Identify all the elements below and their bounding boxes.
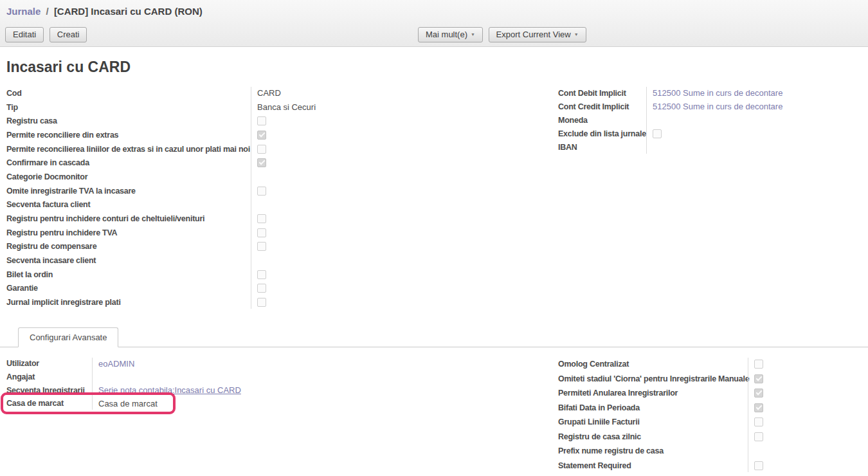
field-checkbox [257, 270, 266, 279]
breadcrumb-parent-link[interactable]: Jurnale [6, 6, 41, 17]
field-row: Statement Required [558, 459, 862, 473]
field-row: Angajat [6, 371, 558, 384]
field-label: Secventa Inregistrarii [6, 386, 92, 395]
field-checkbox [754, 374, 763, 383]
field-label: Cod [6, 89, 251, 98]
field-label: Statement Required [558, 461, 748, 470]
field-value-cell: 512500 Sume in curs de decontare [646, 102, 782, 111]
field-label: IBAN [558, 143, 646, 152]
field-checkbox [754, 403, 763, 412]
field-value-cell [748, 417, 763, 426]
field-checkbox [257, 131, 266, 140]
field-label: Jurnal implicit inregistrare plati [6, 298, 251, 307]
field-row: Registru pentru inchidere TVA [6, 226, 558, 240]
field-value-cell [748, 432, 763, 441]
field-row: Permite reconciliere din extras [6, 128, 558, 142]
field-value-cell: eoADMIN [92, 359, 134, 369]
field-label: Secventa factura client [6, 200, 251, 209]
field-label: Garantie [6, 284, 251, 293]
field-label: Exclude din lista jurnale [558, 129, 646, 138]
field-row: Cont Credit Implicit512500 Sume in curs … [558, 100, 862, 113]
field-row: Permiteti Anularea Inregistrarilor [558, 386, 862, 401]
field-label: Registru casa [6, 116, 251, 125]
field-value-cell [251, 187, 266, 196]
field-row: Registru de casa zilnic [558, 430, 862, 444]
field-label: Bilet la ordin [6, 270, 251, 279]
header-bar: Jurnale / [CARD] Incasari cu CARD (RON) … [0, 0, 868, 47]
field-row: Jurnal implicit inregistrare plati [6, 295, 558, 309]
field-row: Prefix nume registru de casa [558, 444, 862, 459]
field-checkbox [257, 116, 266, 125]
field-label: Registru de compensare [6, 242, 251, 251]
field-label: Registru pentru inchidere TVA [6, 228, 251, 237]
field-value-cell [251, 158, 266, 167]
field-value-cell [251, 298, 266, 307]
field-row: Omite inregistrarile TVA la incasare [6, 184, 558, 198]
field-value-cell: Casa de marcat [92, 399, 158, 408]
field-value-cell [251, 214, 266, 223]
field-value-cell [748, 374, 763, 383]
field-value-link[interactable]: Serie nota contabila:Incasari cu CARD [98, 385, 241, 395]
field-value: CARD [257, 88, 281, 98]
field-value-cell: Banca si Cecuri [251, 102, 316, 112]
field-checkbox [754, 417, 763, 426]
field-checkbox [653, 129, 662, 138]
field-value-link[interactable]: 512500 Sume in curs de decontare [653, 88, 782, 98]
field-label: Cont Credit Implicit [558, 102, 646, 111]
field-label: Confirmare in cascada [6, 158, 251, 167]
field-label: Omolog Centralizat [558, 360, 748, 369]
field-checkbox [257, 214, 266, 223]
field-value-cell: 512500 Sume in curs de decontare [646, 88, 782, 98]
more-dropdown-button[interactable]: Mai mult(e)▼ [418, 27, 483, 42]
field-label: Permite reconcilierea liniilor de extras… [6, 145, 251, 154]
field-value-cell [748, 403, 763, 412]
field-value-cell [251, 228, 266, 237]
field-row: IBAN [558, 141, 862, 154]
main-field-area: CodCARDTipBanca si CecuriRegistru casaPe… [0, 86, 868, 309]
field-row: CodCARD [6, 86, 558, 100]
field-label: Prefix nume registru de casa [558, 446, 748, 455]
field-label: Omite inregistrarile TVA la incasare [6, 187, 251, 196]
field-row: Registru casa [6, 114, 558, 128]
field-label: Bifati Data in Perioada [558, 403, 748, 412]
create-button[interactable]: Creati [50, 27, 87, 42]
field-value-cell: Serie nota contabila:Incasari cu CARD [92, 385, 241, 395]
field-value-cell [251, 270, 266, 279]
field-value-cell: CARD [251, 88, 281, 98]
field-checkbox [257, 187, 266, 196]
field-group-tab-left: UtilizatoreoADMINAngajatSecventa Inregis… [6, 357, 558, 410]
field-label: Permite reconciliere din extras [6, 131, 251, 140]
field-label: Categorie Docmonitor [6, 172, 251, 181]
field-checkbox [754, 461, 763, 470]
field-row: Omolog Centralizat [558, 357, 862, 372]
field-checkbox [257, 228, 266, 237]
field-checkbox [257, 242, 266, 251]
field-label: Omiteti stadiul 'Ciorna' pentru Inregist… [558, 374, 748, 383]
field-row: Secventa incasare client [6, 253, 558, 268]
field-checkbox [754, 360, 763, 369]
field-value-link[interactable]: eoADMIN [98, 359, 134, 369]
field-checkbox [754, 389, 763, 398]
chevron-down-icon: ▼ [574, 32, 579, 37]
field-value-link[interactable]: 512500 Sume in curs de decontare [653, 102, 782, 111]
field-value-cell [251, 116, 266, 125]
field-value-cell [646, 129, 662, 138]
field-label: Grupati Liniile Facturii [558, 417, 748, 426]
field-row: Bifati Data in Perioada [558, 401, 862, 416]
field-value-cell [251, 131, 266, 140]
field-label: Moneda [558, 116, 646, 125]
field-label: Casa de marcat [6, 399, 92, 408]
field-value-cell [748, 461, 763, 470]
export-current-view-button[interactable]: Export Current View▼ [489, 27, 586, 42]
field-label: Angajat [6, 372, 92, 381]
tab-configurari-avansate[interactable]: Configurari Avansate [18, 327, 118, 347]
field-row: Secventa factura client [6, 198, 558, 212]
field-row: Cont Debit Implicit512500 Sume in curs d… [558, 86, 862, 100]
field-label: Registru de casa zilnic [558, 432, 748, 441]
chevron-down-icon: ▼ [471, 32, 475, 37]
field-value-cell [748, 360, 763, 369]
field-row: Categorie Docmonitor [6, 170, 558, 184]
page-title: Incasari cu CARD [6, 59, 862, 76]
field-checkbox [257, 298, 266, 307]
edit-button[interactable]: Editati [5, 27, 44, 42]
